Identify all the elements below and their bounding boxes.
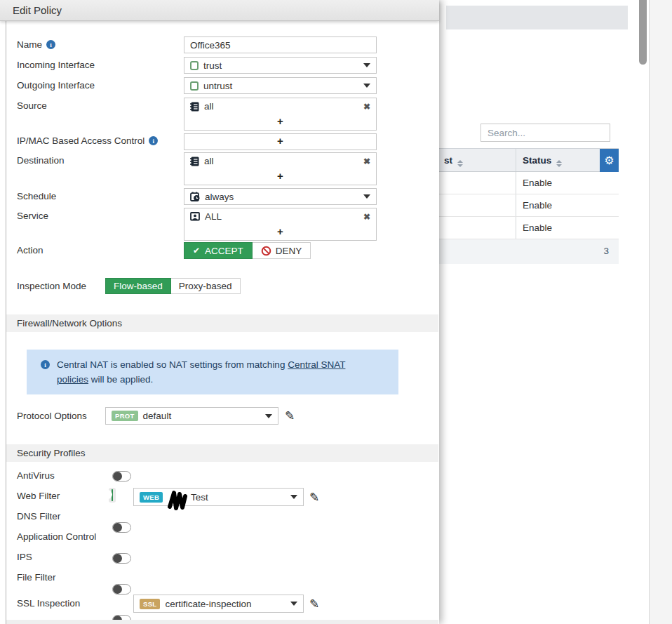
section-security-profiles: Security Profiles: [6, 444, 438, 462]
chevron-down-icon: [363, 84, 370, 88]
dns-filter-label: DNS Filter: [17, 511, 60, 522]
dialog-body: Namei Incoming Interface trust Outgoing …: [0, 21, 439, 624]
protocol-options-select[interactable]: PROT default: [105, 407, 278, 425]
service-add-button[interactable]: +: [184, 225, 376, 240]
application-control-label: Application Control: [17, 531, 96, 542]
web-filter-label: Web Filter: [17, 491, 60, 501]
ipmac-add-button[interactable]: +: [184, 134, 376, 150]
file-filter-label: File Filter: [17, 572, 56, 583]
column-header-partial[interactable]: st: [444, 149, 463, 172]
web-filter-value: Test: [191, 492, 208, 503]
schedule-value: always: [205, 192, 234, 202]
outgoing-interface-label: Outgoing Interface: [17, 80, 95, 91]
interface-icon: [190, 81, 199, 91]
application-control-toggle[interactable]: [112, 553, 131, 564]
accept-button[interactable]: ✔ACCEPT: [184, 242, 253, 259]
toggle-knob: [113, 585, 122, 594]
antivirus-toggle[interactable]: [112, 471, 131, 482]
source-box: all ✖ +: [184, 98, 377, 131]
table-settings-button[interactable]: ⚙: [600, 149, 619, 173]
chevron-down-icon: [290, 495, 297, 499]
incoming-interface-select[interactable]: trust: [184, 57, 377, 74]
prot-badge: PROT: [112, 411, 138, 421]
ssl-inspection-select[interactable]: SSL certificate-inspection: [133, 595, 304, 613]
source-value: all: [204, 101, 214, 112]
section-firewall-network-options: Firewall/Network Options: [6, 314, 438, 332]
table-row[interactable]: Enable: [438, 194, 619, 217]
dialog-title: Edit Policy: [0, 0, 439, 21]
chevron-down-icon: [265, 414, 272, 418]
source-label: Source: [17, 100, 47, 111]
action-segment: ✔ACCEPT DENY: [184, 242, 311, 259]
proxy-based-button[interactable]: Proxy-based: [171, 278, 241, 294]
destination-entry[interactable]: all ✖: [184, 153, 376, 169]
ips-label: IPS: [17, 552, 32, 562]
flow-based-button[interactable]: Flow-based: [105, 278, 171, 294]
edit-web-filter-icon[interactable]: ✎: [309, 491, 319, 503]
toggle-knob: [113, 523, 122, 532]
alert-text-after: will be applied.: [88, 374, 153, 385]
deny-button[interactable]: DENY: [253, 242, 311, 259]
status-cell: Enable: [523, 172, 552, 194]
name-label: Namei: [17, 39, 55, 50]
ipmac-box: +: [184, 133, 377, 150]
status-cell: Enable: [523, 217, 552, 239]
gear-icon: ⚙: [604, 154, 614, 166]
deny-icon: [261, 246, 271, 256]
source-entry[interactable]: all ✖: [184, 98, 376, 114]
ips-toggle[interactable]: [112, 584, 131, 595]
scrollbar-thumb[interactable]: [639, 0, 647, 65]
web-filter-toggle[interactable]: [109, 488, 116, 503]
service-label: Service: [17, 211, 48, 221]
service-entry[interactable]: ALL ✖: [184, 208, 376, 225]
action-label: Action: [17, 245, 43, 255]
source-add-button[interactable]: +: [184, 114, 376, 130]
column-divider: [516, 194, 516, 216]
column-divider: [516, 149, 516, 171]
edit-policy-dialog: Edit Policy Namei Incoming Interface tru…: [0, 0, 439, 624]
sort-icon: [556, 160, 562, 167]
inspection-mode-label: Inspection Mode: [17, 281, 86, 291]
remove-icon[interactable]: ✖: [363, 212, 370, 222]
destination-add-button[interactable]: +: [184, 169, 376, 185]
column-divider: [516, 217, 516, 239]
interface-icon: [190, 61, 199, 70]
edit-ssl-inspection-icon[interactable]: ✎: [309, 598, 319, 610]
search-input[interactable]: [481, 124, 610, 142]
incoming-interface-value: trust: [203, 60, 222, 71]
table-row[interactable]: Enable: [438, 172, 619, 194]
info-icon: i: [46, 40, 55, 49]
edit-protocol-icon[interactable]: ✎: [285, 410, 295, 422]
status-cell: Enable: [523, 194, 552, 216]
web-filter-select[interactable]: WEB Test: [133, 488, 304, 506]
dialog-bottom-divider: [6, 620, 438, 624]
service-icon: [190, 212, 200, 221]
toggle-knob: [113, 554, 122, 563]
table-row[interactable]: Enable: [438, 217, 619, 239]
remove-icon[interactable]: ✖: [363, 102, 370, 112]
info-icon: i: [149, 136, 158, 145]
alert-text-before: Central NAT is enabled so NAT settings f…: [57, 359, 288, 370]
destination-box: all ✖ +: [184, 152, 377, 185]
service-value: ALL: [205, 211, 222, 222]
remove-icon[interactable]: ✖: [363, 157, 370, 166]
chevron-down-icon: [290, 602, 297, 606]
redaction-scribble: [166, 490, 189, 511]
schedule-label: Schedule: [17, 191, 56, 201]
table-footer-count: 3: [438, 239, 619, 264]
incoming-interface-label: Incoming Interface: [17, 60, 95, 70]
right-side-panel: [649, 0, 672, 624]
name-input[interactable]: [184, 36, 377, 53]
check-icon: ✔: [193, 246, 200, 255]
ssl-badge: SSL: [140, 599, 160, 609]
sort-icon: [457, 160, 463, 167]
alert-text: Central NAT is enabled so NAT settings f…: [57, 358, 374, 394]
column-header-status[interactable]: Status: [523, 149, 562, 172]
address-icon: [190, 102, 199, 112]
info-icon: i: [41, 360, 50, 369]
schedule-select[interactable]: always: [184, 188, 377, 205]
outgoing-interface-select[interactable]: untrust: [184, 77, 377, 94]
web-badge: WEB: [140, 492, 163, 503]
dns-filter-toggle[interactable]: [112, 522, 131, 533]
ssl-inspection-label: SSL Inspection: [17, 598, 80, 609]
